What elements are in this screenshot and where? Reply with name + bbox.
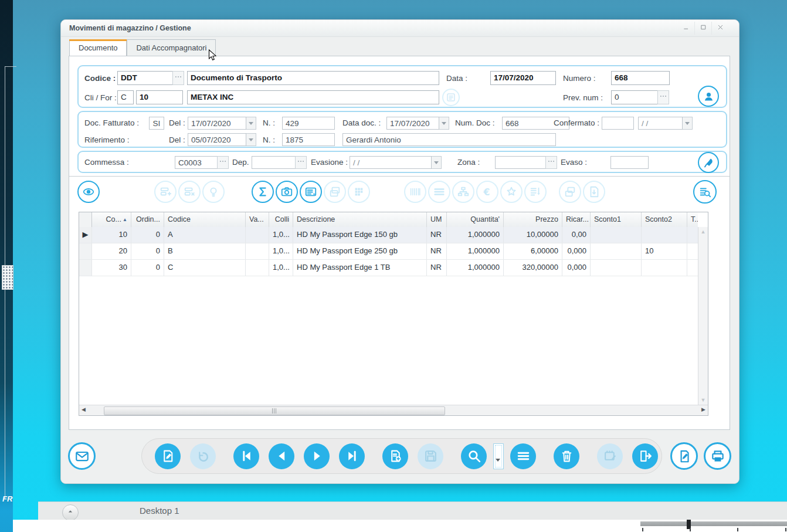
fatturato-field[interactable]: SI — [149, 117, 164, 130]
descrizione-documento-field[interactable]: Documento di Trasporto — [187, 71, 439, 85]
grid-column-header[interactable]: Ordin... — [131, 212, 164, 227]
minimize-button[interactable] — [678, 22, 694, 35]
tab-dati-accompagnatori[interactable]: Dati Accompagnatori — [127, 39, 216, 56]
search-list-button[interactable] — [693, 180, 717, 204]
confermato-data-field[interactable]: / / — [638, 117, 683, 130]
copy-rows-icon — [328, 185, 341, 198]
grid-column-header[interactable]: Sconto2 — [642, 212, 687, 227]
scroll-down-icon[interactable]: ▼ — [698, 397, 708, 403]
scroll-left-icon[interactable]: ◀ — [82, 406, 86, 412]
zona-browse-button[interactable] — [545, 156, 557, 169]
grid-column-header[interactable]: Ricar... — [562, 212, 591, 227]
evaso-field[interactable] — [610, 156, 649, 169]
n2-field[interactable]: 1875 — [282, 133, 335, 146]
table-row[interactable]: 200B1,0...HD My Passport Edge 250 gbNR1,… — [79, 243, 698, 260]
sigma-button[interactable] — [252, 181, 274, 203]
table-row[interactable]: 300C1,0...HD My Passport Edge 1 TBNR1,00… — [79, 260, 698, 276]
search-button[interactable] — [461, 443, 487, 469]
camera-button[interactable] — [276, 181, 298, 203]
connector-button[interactable] — [698, 152, 719, 173]
desktop-expand-button[interactable] — [62, 504, 79, 521]
table-row[interactable]: ▶100A1,0...HD My Passport Edge 150 gbNR1… — [79, 227, 698, 243]
mouse-cursor — [208, 49, 217, 62]
confermato-field[interactable] — [602, 117, 634, 130]
trash-button[interactable] — [554, 443, 579, 469]
grid-column-header[interactable]: Prezzo — [504, 212, 562, 227]
clifor-tipo-field[interactable]: C — [117, 90, 134, 104]
row-selector-cell[interactable]: ▶ — [79, 227, 92, 243]
scroll-up-icon[interactable]: ▲ — [698, 229, 708, 235]
prevnum-field[interactable]: 0 — [611, 90, 658, 104]
grid-column-header[interactable]: Sconto1 — [591, 212, 642, 227]
evasione-field[interactable]: / / — [350, 156, 432, 169]
referente-field[interactable]: Gerardi Antonio — [342, 133, 556, 146]
zona-field[interactable] — [495, 156, 546, 169]
save-icon — [423, 449, 438, 463]
grid-column-header[interactable]: UM — [427, 212, 447, 227]
exit-button[interactable] — [632, 443, 658, 469]
nav-last-button[interactable] — [339, 443, 365, 469]
row-selector-cell[interactable] — [79, 243, 92, 259]
eye-button[interactable] — [77, 181, 100, 203]
window-titlebar[interactable]: Movimenti di magazzino / Gestione — [61, 20, 739, 37]
nav-next-button[interactable] — [304, 443, 330, 469]
del1-dropdown[interactable] — [246, 117, 256, 130]
grid-column-header[interactable]: Co...▲ — [92, 212, 131, 227]
grid-horizontal-scrollbar[interactable]: ◀ ▶ — [79, 405, 708, 415]
dep-browse-button[interactable] — [295, 156, 307, 169]
menu-lines-button[interactable] — [510, 443, 536, 469]
horizontal-scroll-thumb[interactable] — [104, 406, 445, 415]
search-icon — [467, 449, 481, 463]
prevnum-browse-button[interactable] — [657, 90, 669, 104]
grid-column-header[interactable]: Quantita' — [447, 212, 504, 227]
del2-dropdown[interactable] — [246, 133, 256, 146]
codice-field[interactable]: DDT — [117, 71, 173, 85]
commessa-browse-button[interactable] — [217, 156, 229, 169]
doc-edit-button[interactable] — [155, 443, 181, 469]
tab-documento[interactable]: Documento — [69, 39, 127, 56]
side-panel-grip[interactable] — [2, 265, 13, 290]
del2-field[interactable]: 05/07/2020 — [188, 133, 246, 146]
scroll-right-icon[interactable]: ▶ — [701, 406, 705, 412]
n1-field[interactable]: 429 — [282, 117, 335, 130]
datadoc-dropdown[interactable] — [439, 117, 449, 130]
grid-column-header[interactable]: Codice — [164, 212, 246, 227]
datadoc-field[interactable]: 17/07/2020 — [386, 117, 439, 130]
grid-column-header[interactable]: Colli — [269, 212, 293, 227]
grid-vertical-scrollbar[interactable]: ▲ ▼ — [698, 227, 708, 405]
clifor-codice-field[interactable]: 10 — [136, 90, 183, 104]
table-cell: 320,00000 — [504, 260, 562, 276]
row-selector-header — [79, 212, 92, 227]
commessa-field[interactable]: C0003 — [175, 156, 218, 169]
codice-browse-button[interactable] — [172, 71, 184, 85]
numero-field[interactable]: 668 — [611, 71, 670, 85]
dep-field[interactable] — [252, 156, 296, 169]
envelope-button[interactable] — [68, 442, 96, 470]
group-exit — [597, 443, 658, 469]
data-field[interactable]: 17/07/2020 — [490, 71, 556, 85]
printer-button[interactable] — [704, 442, 731, 470]
close-button[interactable] — [711, 22, 728, 35]
timeline-bar-right[interactable] — [691, 521, 787, 526]
timeline-bar-left[interactable] — [640, 521, 687, 526]
doc-fatturato-label: Doc. Fatturato : — [84, 118, 139, 127]
bulb-icon — [207, 185, 220, 198]
doc-pencil-button[interactable] — [670, 442, 698, 470]
codice-label: Codice : — [84, 74, 116, 83]
clifor-nome-field[interactable]: METAX INC — [187, 90, 439, 104]
doc-add-button[interactable] — [382, 443, 408, 469]
confermato-dropdown[interactable] — [683, 117, 693, 130]
grid-column-header[interactable]: T... — [687, 212, 698, 227]
table-cell: 1,000000 — [447, 227, 504, 243]
del1-field[interactable]: 17/07/2020 — [188, 117, 246, 130]
evasione-dropdown[interactable] — [432, 156, 442, 169]
card-list-button[interactable] — [300, 181, 322, 203]
nav-prev-button[interactable] — [269, 443, 294, 469]
grid-column-header[interactable]: Va... — [246, 212, 269, 227]
customer-button[interactable] — [698, 86, 719, 107]
maximize-button[interactable] — [694, 22, 711, 35]
row-selector-cell[interactable] — [79, 260, 92, 276]
save-options-dropdown[interactable] — [493, 443, 504, 469]
grid-column-header[interactable]: Descrizione — [293, 212, 427, 227]
nav-first-button[interactable] — [233, 443, 259, 469]
